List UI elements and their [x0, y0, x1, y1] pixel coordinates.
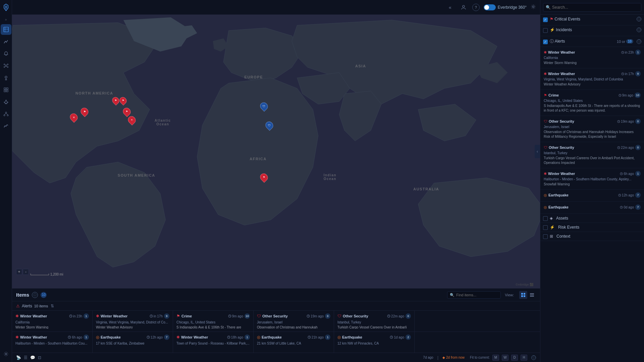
panel-icon-2[interactable]: ☰	[24, 355, 28, 360]
svg-rect-31	[530, 296, 534, 297]
map-container[interactable]: NORTH AMERICA EUROPE ASIA AFRICA SOUTH A…	[12, 15, 540, 288]
alerts-filter-info[interactable]: ⓘ	[637, 39, 641, 44]
event-card-1[interactable]: ✱ Winter Weather in 23h 1 California Win…	[12, 311, 93, 331]
event-card-10[interactable]: ◎ Earthquake 1d ago 2 12 km NW of Pinnac…	[334, 332, 415, 353]
nav-item-connections[interactable]	[1, 60, 11, 71]
list-view-button[interactable]	[528, 291, 536, 299]
map-pin-mideast[interactable]: 🛡	[266, 121, 273, 129]
event-card-4[interactable]: 🛡 Other Security 19m ago 0 Jerusalem, Is…	[254, 311, 334, 331]
time-hour-button[interactable]: H	[521, 355, 527, 361]
alerts-checkbox[interactable]	[543, 40, 548, 44]
panel-icon-1[interactable]: 📡	[16, 355, 21, 360]
filter-incidents[interactable]: ⚡ Incidents ⓘ	[540, 25, 644, 36]
view-label: View:	[505, 293, 514, 297]
everbridge-toggle[interactable]	[484, 4, 496, 10]
nav-expand-button[interactable]: »	[2, 16, 10, 23]
nav-item-location[interactable]	[1, 72, 11, 83]
collapse-panel-button[interactable]: «	[445, 3, 455, 12]
assets-checkbox[interactable]	[543, 216, 548, 221]
map-pin-3[interactable]: ⚑ ⚑	[112, 97, 126, 104]
incidents-info[interactable]: ⓘ	[637, 27, 641, 32]
event-card-2[interactable]: ✱ Winter Weather in 17h 9 Virginia, West…	[93, 311, 173, 331]
svg-rect-0	[4, 27, 8, 32]
ralert5-count: 0	[635, 145, 641, 150]
map-collapse-button[interactable]: ‹	[535, 145, 540, 158]
panel-badge: 10	[41, 292, 47, 298]
map-pin-europe-1[interactable]: 🛡	[260, 102, 268, 110]
map-pin-4[interactable]: ⚑	[123, 108, 130, 116]
nav-item-plane[interactable]	[1, 97, 11, 107]
event-card-3[interactable]: ⚑ Crime 9m ago 10 Chicago, IL, United St…	[173, 311, 254, 331]
section-assets[interactable]: ◈ Assets	[540, 214, 644, 223]
panel-icon-4[interactable]: ⊡	[38, 355, 41, 360]
ralert6-location: Haliburton - Minden - Southern Haliburto…	[544, 177, 641, 181]
footer-info-button[interactable]: ⓘ	[531, 355, 536, 360]
svg-rect-12	[6, 88, 8, 89]
time-month-button[interactable]: M	[492, 355, 499, 361]
nav-item-settings[interactable]	[1, 349, 11, 359]
card6-type-icon: ✱	[15, 335, 19, 340]
nav-item-grid[interactable]	[1, 84, 11, 95]
alerts-label: Alerts	[22, 304, 32, 308]
main-content: « ? Everbridge 360°	[12, 0, 540, 362]
right-alert-3[interactable]: ⚑ Crime 9m ago 10 Chicago, IL, United St…	[540, 90, 644, 116]
card1-title: Winter Weather	[20, 314, 68, 318]
svg-point-6	[4, 67, 5, 68]
panel-search-input[interactable]	[447, 291, 501, 299]
time-week-button[interactable]: W	[502, 355, 508, 361]
section-context[interactable]: ⊞ Context	[540, 232, 644, 241]
right-alert-bottom[interactable]: ◎ Earthquake 0d ago 7	[540, 202, 644, 214]
sort-button[interactable]: ⇅	[51, 304, 54, 308]
event-card-8[interactable]: ✱ Winter Weather 18h ago 1 Town of Parry…	[173, 332, 254, 353]
right-alert-2[interactable]: ✱ Winter Weather in 17h 9 Virginia, West…	[540, 68, 644, 90]
right-alert-1[interactable]: ✱ Winter Weather in 23h 1 California Win…	[540, 47, 644, 68]
card3-location: Chicago, IL, United States	[176, 320, 250, 324]
nav-item-node[interactable]	[1, 109, 11, 119]
map-pin-5[interactable]: ✕	[128, 116, 136, 124]
nav-item-map[interactable]	[1, 24, 11, 35]
nav-item-chart[interactable]	[1, 121, 11, 131]
right-alert-7[interactable]: ◎ Earthquake 12h ago 7	[540, 190, 644, 202]
event-card-6[interactable]: ✱ Winter Weather 6h ago 1 Haliburton - M…	[12, 332, 93, 353]
svg-point-3	[5, 65, 7, 67]
map-pin-2[interactable]: ⚑	[81, 108, 88, 116]
panel-info-button[interactable]: ⓘ	[32, 292, 38, 298]
zoom-out-button[interactable]: -	[23, 269, 29, 275]
event-card-5[interactable]: 🛡 Other Security 22m ago 0 Istanbul, Tur…	[334, 311, 415, 331]
right-alert-6[interactable]: ✱ Winter Weather 6h ago 1 Haliburton - M…	[540, 168, 644, 190]
card4-time: 19m ago	[307, 314, 324, 318]
event-card-7[interactable]: ◎ Earthquake 12h ago 7 17 km SSE of Kari…	[93, 332, 173, 353]
ralert3-desc: S Indianapolis Ave & E 106th St - There …	[544, 104, 641, 113]
top-settings-button[interactable]	[531, 4, 536, 10]
card7-title: Earthquake	[101, 335, 145, 339]
nav-item-analytics[interactable]	[1, 36, 11, 47]
filter-alerts[interactable]: ⓘ Alerts 10 or 10 ⓘ	[540, 36, 644, 47]
right-search-input[interactable]	[543, 3, 641, 12]
map-pin-africa[interactable]: ⚑	[260, 173, 268, 181]
nav-item-alerts[interactable]	[1, 48, 11, 59]
world-map-svg	[12, 15, 540, 288]
incidents-checkbox[interactable]	[543, 28, 548, 33]
map-pin-1[interactable]: ✕	[70, 113, 77, 121]
risk-events-checkbox[interactable]	[543, 225, 548, 230]
time-day-button[interactable]: D	[511, 355, 518, 361]
user-profile-button[interactable]	[459, 3, 468, 12]
card8-count: 1	[245, 335, 250, 340]
critical-events-info[interactable]: ⓘ	[637, 17, 641, 21]
right-alert-4[interactable]: 🛡 Other Security 19m ago 0 Jerusalem, Is…	[540, 116, 644, 142]
card2-time: in 17h	[150, 314, 163, 318]
ralert1-time: in 23h	[621, 51, 634, 54]
right-alert-5[interactable]: 🛡 Other Security 22m ago 0 Istanbul, Tur…	[540, 142, 644, 168]
help-button[interactable]: ?	[472, 4, 480, 11]
zoom-in-button[interactable]: +	[16, 269, 22, 275]
footer-divider: |	[437, 355, 438, 360]
context-checkbox[interactable]	[543, 234, 548, 239]
panel-icon-3[interactable]: 💬	[30, 355, 35, 360]
section-risk-events[interactable]: ⚡ Risk Events	[540, 223, 644, 232]
card10-count: 2	[406, 335, 411, 340]
card1-time: in 23h	[69, 314, 82, 318]
grid-view-button[interactable]	[519, 291, 527, 299]
event-card-9[interactable]: ◎ Earthquake 21h ago 1 21 km SSW of Litt…	[254, 332, 334, 353]
critical-events-checkbox[interactable]	[543, 17, 548, 22]
filter-critical-events[interactable]: ⚑ Critical Events ⓘ	[540, 15, 644, 25]
